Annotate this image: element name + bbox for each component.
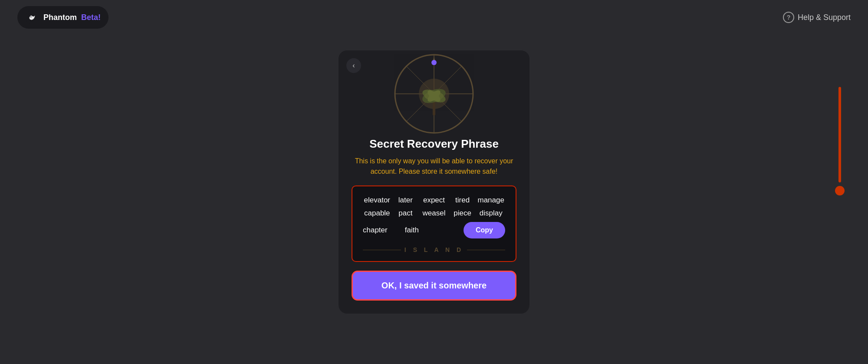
word-2: later: [391, 196, 420, 205]
phrase-box: elevator later expect tired manage capab…: [352, 185, 516, 262]
word-5: manage: [477, 196, 505, 205]
word-11: chapter: [363, 226, 388, 235]
phrase-words: elevator later expect tired manage capab…: [363, 196, 505, 218]
word-6: capable: [363, 209, 391, 218]
back-button[interactable]: ‹: [346, 58, 361, 73]
watermark-text: I S L A N D: [404, 246, 464, 253]
word-7: pact: [391, 209, 420, 218]
modal-subtitle: This is the only way you will be able to…: [352, 156, 516, 177]
word-9: piece: [448, 209, 477, 218]
svg-rect-8: [433, 100, 435, 116]
word-3: expect: [420, 196, 448, 205]
word-12: faith: [405, 226, 419, 235]
modal-content: Secret Recovery Phrase This is the only …: [339, 137, 529, 301]
word-10: display: [477, 209, 505, 218]
modal-title: Secret Recovery Phrase: [352, 137, 516, 151]
ok-button[interactable]: OK, I saved it somewhere: [352, 271, 516, 301]
copy-button[interactable]: Copy: [464, 222, 505, 238]
phrase-last-words: chapter faith: [363, 226, 419, 235]
progress-dot: [431, 60, 437, 65]
word-1: elevator: [363, 196, 391, 205]
word-4: tired: [448, 196, 477, 205]
word-8: weasel: [420, 209, 448, 218]
modal: ‹ Secret Recovery Phrase This is the onl…: [339, 50, 529, 314]
modal-overlay: ‹ Secret Recovery Phrase This is the onl…: [0, 0, 868, 364]
phrase-row-last: chapter faith Copy: [363, 222, 505, 238]
